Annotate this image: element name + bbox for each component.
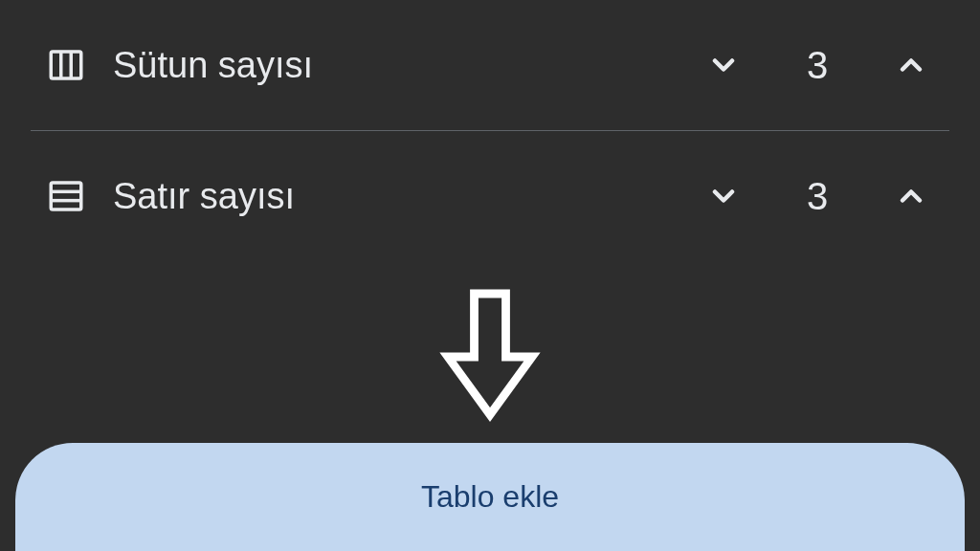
column-count-row: Sütun sayısı 3 [0, 0, 980, 130]
columns-icon [46, 45, 86, 85]
rows-icon [46, 176, 86, 216]
column-count-decrease-button[interactable] [701, 42, 746, 88]
row-count-decrease-button[interactable] [701, 173, 746, 219]
column-count-increase-button[interactable] [888, 42, 934, 88]
arrow-down-icon [437, 280, 543, 433]
column-count-stepper: 3 [701, 42, 934, 88]
tutorial-arrow-container [0, 261, 980, 443]
svg-rect-3 [51, 183, 81, 209]
column-count-value: 3 [802, 44, 833, 87]
column-count-label: Sütun sayısı [113, 45, 674, 86]
svg-rect-0 [51, 52, 81, 78]
row-count-stepper: 3 [701, 173, 934, 219]
row-count-row: Satır sayısı 3 [0, 131, 980, 261]
row-count-label: Satır sayısı [113, 176, 674, 217]
row-count-value: 3 [802, 175, 833, 218]
add-table-button[interactable]: Tablo ekle [15, 443, 965, 551]
row-count-increase-button[interactable] [888, 173, 934, 219]
